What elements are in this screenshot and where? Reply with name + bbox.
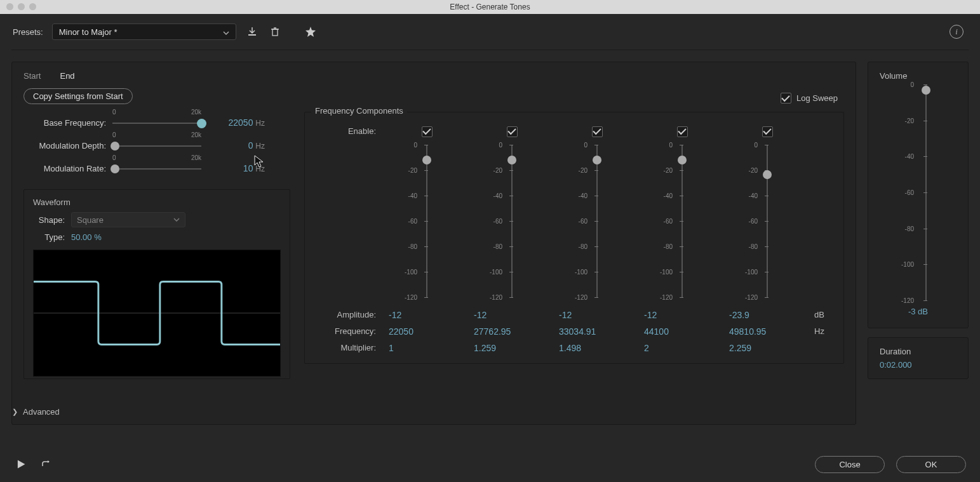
multiplier-value-1[interactable]: 1 [389,343,465,353]
waveform-preview [33,250,281,377]
slider-base-frequency[interactable]: 0 20k [112,115,201,130]
volume-title: Volume [880,71,957,81]
amplitude-value-2[interactable]: -12 [474,310,550,320]
slider-mod-depth-row: Modulation Depth: 0 20k 0 Hz [23,136,297,155]
main-panel: Start End Copy Settings from Start Log S… [11,62,856,425]
trash-icon[interactable] [268,25,282,39]
enable-checkbox-2[interactable] [507,126,518,137]
slider-mod-depth[interactable]: 0 20k [112,138,201,153]
multiplier-value-4[interactable]: 2 [644,343,720,353]
log-sweep-checkbox[interactable] [781,93,791,104]
volume-slider[interactable]: 0-20-40-60-80-100-120 [916,84,936,300]
window-titlebar: Effect - Generate Tones [0,0,980,14]
label-mod-depth: Modulation Depth: [23,141,106,151]
volume-panel: Volume 0-20-40-60-80-100-120 -3 dB [868,62,969,328]
frequency-label: Frequency: [316,326,380,336]
presets-label: Presets: [13,27,43,37]
label-base-frequency: Base Frequency: [23,118,106,128]
amplitude-value-5[interactable]: -23.9 [729,310,805,320]
advanced-toggle[interactable]: ❯ Advanced [12,407,60,417]
preset-select[interactable]: Minor to Major * [52,23,236,40]
tab-start[interactable]: Start [23,71,41,81]
value-base-frequency[interactable]: 22050 Hz [208,117,265,128]
multiplier-label: Multiplier: [316,343,380,352]
frequency-value-5[interactable]: 49810.95 [729,326,805,337]
value-mod-rate[interactable]: 10 Hz [208,163,265,173]
start-end-tabs: Start End [23,71,844,81]
multiplier-value-2[interactable]: 1.259 [474,343,550,353]
label-mod-rate: Modulation Rate: [23,164,106,173]
waveform-type-value[interactable]: 50.00 % [71,232,102,242]
amplitude-label: Amplitude: [316,310,380,319]
loop-icon[interactable] [39,457,53,471]
bottom-bar: Close OK [0,446,980,482]
close-window-icon[interactable] [6,3,13,10]
waveform-shape-select[interactable]: Square [71,212,185,227]
waveform-group: Waveform Shape: Square Type: 50.00 % [23,189,290,379]
slider-mod-rate-row: Modulation Rate: 0 20k 10 Hz [23,159,297,178]
enable-label: Enable: [316,126,380,136]
zoom-window-icon[interactable] [29,3,36,10]
db-unit: dB [814,310,840,319]
amplitude-value-4[interactable]: -12 [644,310,720,320]
frequency-value-1[interactable]: 22050 [389,326,465,337]
frequency-value-4[interactable]: 44100 [644,326,720,337]
favorite-star-icon[interactable] [304,25,318,39]
chevron-down-icon [223,27,229,37]
slider-base-frequency-row: Base Frequency: 0 20k 22050 Hz [23,113,297,132]
value-mod-depth[interactable]: 0 Hz [208,140,265,151]
amplitude-slider-3[interactable]: 0-20-40-60-80-100-120 [587,145,607,297]
multiplier-value-3[interactable]: 1.498 [559,343,635,353]
minimize-window-icon[interactable] [18,3,25,10]
amplitude-slider-5[interactable]: 0-20-40-60-80-100-120 [758,145,777,297]
frequency-components-group: Frequency Components Enable: 0-20-40-60-… [304,112,844,364]
save-preset-icon[interactable] [245,25,259,39]
slider-block: Base Frequency: 0 20k 22050 Hz Modulatio… [23,113,297,178]
ok-button[interactable]: OK [896,456,966,473]
volume-value[interactable]: -3 dB [880,307,957,316]
tab-end[interactable]: End [60,71,74,81]
log-sweep-label: Log Sweep [796,93,838,103]
copy-settings-button[interactable]: Copy Settings from Start [23,88,133,104]
duration-panel: Duration 0:02.000 [868,337,969,379]
info-icon[interactable]: i [950,25,963,39]
frequency-components-title: Frequency Components [311,106,407,116]
amplitude-slider-4[interactable]: 0-20-40-60-80-100-120 [673,145,692,297]
enable-checkbox-3[interactable] [592,126,603,137]
enable-checkbox-4[interactable] [677,126,688,137]
duration-title: Duration [880,347,957,356]
waveform-shape-label: Shape: [33,215,65,225]
svg-rect-0 [248,34,256,36]
amplitude-slider-1[interactable]: 0-20-40-60-80-100-120 [417,145,436,297]
waveform-type-label: Type: [33,232,65,242]
svg-rect-1 [272,29,278,36]
traffic-lights [6,3,36,10]
close-button[interactable]: Close [815,456,885,473]
slider-mod-rate[interactable]: 0 20k [112,161,201,176]
play-icon[interactable] [14,457,28,471]
amplitude-slider-2[interactable]: 0-20-40-60-80-100-120 [502,145,521,297]
waveform-title: Waveform [33,197,281,207]
preset-selected-value: Minor to Major * [59,27,117,37]
window-title: Effect - Generate Tones [450,3,530,11]
amplitude-value-3[interactable]: -12 [559,310,635,320]
hz-unit: Hz [814,326,840,336]
log-sweep-row: Log Sweep [781,93,838,104]
frequency-value-2[interactable]: 27762.95 [474,326,550,337]
enable-checkbox-1[interactable] [422,126,433,137]
chevron-right-icon: ❯ [12,408,18,416]
enable-checkbox-5[interactable] [762,126,773,137]
multiplier-value-5[interactable]: 2.259 [729,343,805,353]
frequency-value-3[interactable]: 33034.91 [559,326,635,337]
amplitude-value-1[interactable]: -12 [389,310,465,320]
duration-value[interactable]: 0:02.000 [880,360,957,370]
preset-bar: Presets: Minor to Major * i [0,14,980,50]
